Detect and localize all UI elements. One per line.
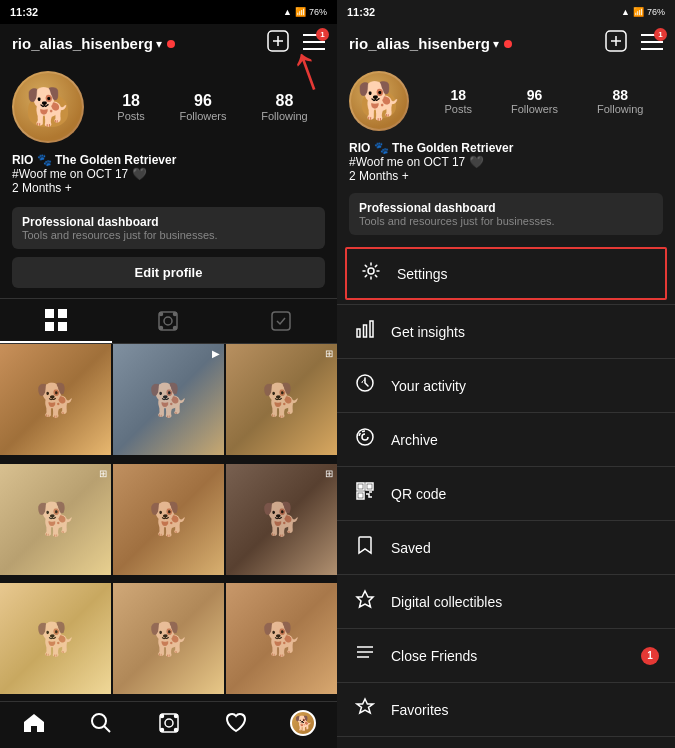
nav-heart[interactable] (202, 712, 269, 734)
photo-6[interactable]: ⊞ (226, 464, 337, 575)
left-username-chevron[interactable]: ▾ (156, 37, 162, 51)
nav-home[interactable] (0, 712, 67, 734)
svg-point-15 (174, 327, 177, 330)
menu-item-favorites[interactable]: Favorites (337, 683, 675, 736)
right-menu-list: SettingsGet insightsYour activityArchive… (337, 243, 675, 748)
right-followers-stat[interactable]: 96 Followers (511, 87, 558, 115)
svg-rect-8 (45, 322, 54, 331)
photo-9[interactable] (226, 583, 337, 694)
left-avatar-image (14, 73, 82, 141)
svg-rect-40 (359, 485, 362, 488)
left-add-button[interactable] (267, 30, 289, 57)
right-posts-label: Posts (444, 103, 472, 115)
right-bio: RIO 🐾 The Golden Retriever #Woof me on O… (337, 137, 675, 189)
menu-items-container: SettingsGet insightsYour activityArchive… (337, 247, 675, 748)
menu-item-close-friends[interactable]: Close Friends1 (337, 629, 675, 682)
photo-5[interactable] (113, 464, 224, 575)
left-following-stat[interactable]: 88 Following (261, 92, 307, 122)
right-avatar-image (351, 73, 407, 129)
menu-item-archive[interactable]: Archive (337, 413, 675, 466)
left-bio-date: 2 Months + (12, 181, 325, 195)
right-panel: 11:32 ▲ 📶 76% rio_alias_hisenberg ▾ (337, 0, 675, 748)
left-bio-name: RIO 🐾 The Golden Retriever (12, 153, 325, 167)
left-menu-button[interactable]: 1 (303, 32, 325, 55)
svg-rect-32 (357, 329, 360, 337)
left-following-label: Following (261, 110, 307, 122)
photo-7[interactable] (0, 583, 111, 694)
photo-1[interactable] (0, 344, 111, 455)
menu-label-5: Saved (391, 540, 659, 556)
left-followers-stat[interactable]: 96 Followers (179, 92, 226, 122)
nav-reels[interactable] (135, 712, 202, 734)
menu-item-discover-people[interactable]: Discover people (337, 737, 675, 748)
tab-tagged[interactable] (225, 299, 337, 343)
menu-label-0: Settings (397, 266, 653, 282)
right-menu-badge: 1 (654, 28, 667, 41)
left-posts-count: 18 (122, 92, 140, 110)
svg-point-13 (174, 313, 177, 316)
svg-line-18 (104, 726, 110, 732)
left-following-count: 88 (276, 92, 294, 110)
right-following-stat[interactable]: 88 Following (597, 87, 643, 115)
nav-avatar: 🐕 (290, 710, 316, 736)
edit-profile-button[interactable]: Edit profile (12, 257, 325, 288)
menu-label-6: Digital collectibles (391, 594, 659, 610)
photo-8[interactable] (113, 583, 224, 694)
left-bottom-nav: 🐕 (0, 701, 337, 748)
right-online-dot (504, 40, 512, 48)
photo-3[interactable]: ⊞ (226, 344, 337, 455)
right-dashboard-subtitle: Tools and resources just for businesses. (359, 215, 653, 227)
nav-search[interactable] (67, 712, 134, 734)
menu-label-4: QR code (391, 486, 659, 502)
right-username[interactable]: rio_alias_hisenberg (349, 35, 490, 52)
svg-rect-9 (58, 322, 67, 331)
left-stats-numbers: 18 Posts 96 Followers 88 Following (100, 92, 325, 122)
left-avatar[interactable] (12, 71, 84, 143)
menu-label-1: Get insights (391, 324, 659, 340)
right-avatar[interactable] (349, 71, 409, 131)
right-battery: 76% (647, 7, 665, 17)
left-battery: 76% (309, 7, 327, 17)
right-posts-stat[interactable]: 18 Posts (444, 87, 472, 115)
svg-point-14 (160, 327, 163, 330)
svg-point-24 (174, 729, 177, 732)
menu-item-your-activity[interactable]: Your activity (337, 359, 675, 412)
photo-4[interactable]: ⊞ (0, 464, 111, 575)
right-status-icons: ▲ 📶 76% (621, 7, 665, 17)
right-header: rio_alias_hisenberg ▾ 1 (337, 24, 675, 63)
menu-item-get-insights[interactable]: Get insights (337, 305, 675, 358)
left-status-icons: ▲ 📶 76% (283, 7, 327, 17)
signal-icon: 📶 (295, 7, 306, 17)
menu-item-saved[interactable]: Saved (337, 521, 675, 574)
left-time: 11:32 (10, 6, 38, 18)
menu-item-digital-collectibles[interactable]: Digital collectibles (337, 575, 675, 628)
right-dashboard[interactable]: Professional dashboard Tools and resourc… (349, 193, 663, 235)
left-username[interactable]: rio_alias_hisenberg (12, 35, 153, 52)
svg-point-22 (174, 715, 177, 718)
photo-2[interactable]: ▶ (113, 344, 224, 455)
svg-point-12 (160, 313, 163, 316)
menu-label-2: Your activity (391, 378, 659, 394)
right-status-bar: 11:32 ▲ 📶 76% (337, 0, 675, 24)
right-time: 11:32 (347, 6, 375, 18)
menu-item-settings[interactable]: Settings (345, 247, 667, 300)
right-menu-button[interactable]: 1 (641, 32, 663, 55)
svg-point-31 (368, 268, 374, 274)
right-add-button[interactable] (605, 30, 627, 57)
right-stats-numbers: 18 Posts 96 Followers 88 Following (425, 87, 663, 115)
svg-rect-33 (364, 325, 367, 337)
menu-item-qr-code[interactable]: QR code (337, 467, 675, 520)
right-wifi-icon: ▲ (621, 7, 630, 17)
menu-icon-favorites (353, 697, 377, 722)
photo-2-badge: ▶ (212, 348, 220, 359)
left-posts-stat[interactable]: 18 Posts (117, 92, 145, 122)
right-username-chevron[interactable]: ▾ (493, 37, 499, 51)
right-dashboard-title: Professional dashboard (359, 201, 653, 215)
svg-rect-6 (45, 309, 54, 318)
left-username-section: rio_alias_hisenberg ▾ (12, 35, 267, 52)
left-dashboard[interactable]: Professional dashboard Tools and resourc… (12, 207, 325, 249)
tab-reels[interactable] (112, 299, 224, 343)
nav-profile[interactable]: 🐕 (270, 710, 337, 736)
right-followers-count: 96 (527, 87, 543, 103)
tab-grid[interactable] (0, 299, 112, 343)
